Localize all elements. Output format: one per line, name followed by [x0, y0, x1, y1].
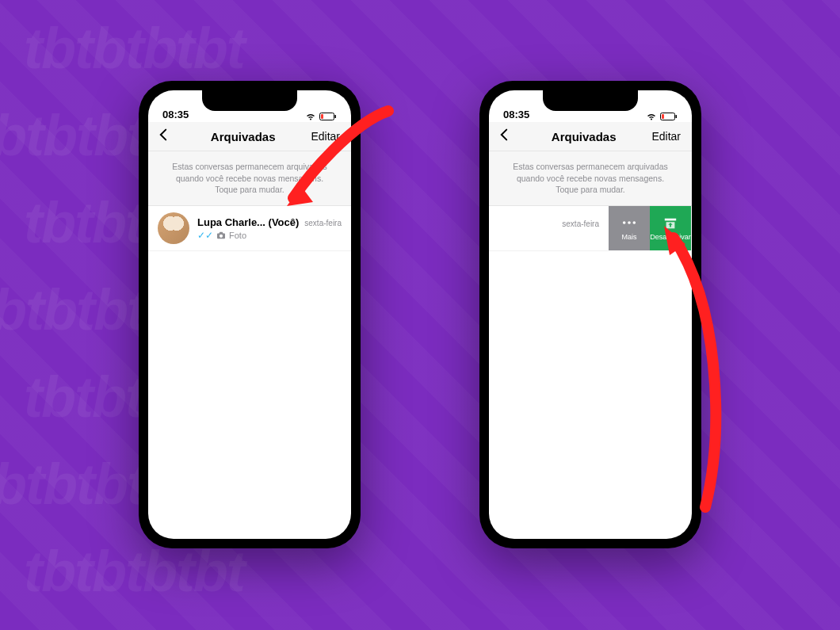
nav-header: Arquivadas Editar — [489, 122, 692, 151]
info-line: Toque para mudar. — [164, 184, 335, 196]
chat-row-swiped[interactable]: harle... (Você) sexta-feira oto Mais Des… — [489, 206, 609, 251]
status-time: 08:35 — [503, 109, 529, 120]
ellipsis-icon — [622, 216, 636, 230]
bg-decoration: tbtbtbtbt — [24, 539, 244, 604]
chat-preview-text: Foto — [229, 231, 246, 240]
info-line: Estas conversas permanecem arquivadas — [164, 161, 335, 173]
status-time: 08:35 — [162, 109, 189, 120]
chat-timestamp: sexta-feira — [562, 220, 599, 228]
info-banner[interactable]: Estas conversas permanecem arquivadas qu… — [489, 151, 692, 206]
avatar — [158, 212, 189, 244]
svg-rect-9 — [665, 218, 676, 220]
back-button[interactable] — [159, 128, 175, 144]
info-line: quando você recebe novas mensagens. — [505, 173, 676, 185]
phone-mockup-left: 08:35 Arquivadas Editar Estas conversas … — [139, 81, 361, 548]
svg-point-6 — [623, 221, 626, 224]
swipe-actions: Mais Desar-quivar — [609, 206, 691, 250]
unarchive-label: Desar-quivar — [650, 234, 691, 241]
nav-header: Arquivadas Editar — [148, 122, 351, 151]
svg-rect-2 — [321, 114, 323, 119]
chat-name: Lupa Charle... (Você) — [197, 216, 299, 228]
info-line: Estas conversas permanecem arquivadas — [505, 161, 676, 173]
edit-button[interactable]: Editar — [651, 130, 681, 143]
page-title: Arquivadas — [211, 130, 276, 143]
more-label: Mais — [621, 233, 636, 241]
svg-rect-4 — [676, 115, 678, 118]
edit-button[interactable]: Editar — [311, 130, 340, 143]
wifi-icon — [646, 113, 657, 120]
phone-notch — [202, 90, 297, 111]
more-button[interactable]: Mais — [609, 206, 650, 250]
info-line: Toque para mudar. — [505, 184, 676, 196]
camera-icon — [216, 231, 226, 239]
unarchive-button[interactable]: Desar-quivar — [650, 206, 691, 250]
phone-notch — [543, 90, 638, 111]
page-title: Arquivadas — [552, 130, 617, 143]
svg-rect-1 — [335, 115, 337, 118]
svg-rect-5 — [662, 114, 664, 119]
chat-list: Lupa Charle... (Você) sexta-feira ✓✓ Fot… — [148, 206, 351, 251]
battery-icon — [660, 113, 678, 120]
svg-point-8 — [633, 221, 636, 224]
phone-mockup-right: 08:35 Arquivadas Editar Estas conversas … — [479, 81, 701, 548]
chat-timestamp: sexta-feira — [304, 219, 342, 227]
chat-row[interactable]: Lupa Charle... (Você) sexta-feira ✓✓ Fot… — [148, 206, 351, 251]
chat-list: harle... (Você) sexta-feira oto Mais Des… — [489, 206, 692, 251]
svg-point-7 — [628, 221, 631, 224]
info-line: quando você recebe novas mensagens. — [164, 173, 335, 185]
back-button[interactable] — [500, 128, 516, 144]
bg-decoration: tbtbtbtbt — [24, 16, 244, 81]
unarchive-icon — [663, 216, 678, 231]
read-receipt-icon: ✓✓ — [197, 230, 213, 241]
info-banner[interactable]: Estas conversas permanecem arquivadas qu… — [148, 151, 351, 206]
wifi-icon — [305, 113, 316, 120]
battery-icon — [319, 113, 337, 120]
